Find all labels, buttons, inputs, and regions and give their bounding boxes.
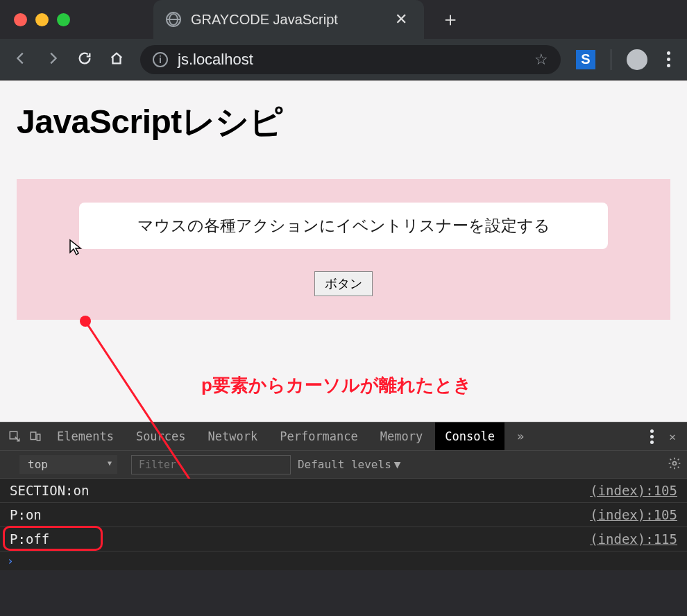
console-source-link[interactable]: (index):105 (590, 483, 677, 498)
devtools-panel: Elements Sources Network Performance Mem… (0, 422, 687, 570)
console-row[interactable]: P:on (index):105 (0, 503, 687, 527)
tabs-overflow-button[interactable]: » (507, 422, 534, 450)
forward-button[interactable] (44, 51, 61, 69)
console-settings-icon[interactable] (668, 456, 681, 473)
console-message: P:on (10, 507, 42, 522)
console-output: SECTION:on (index):105 P:on (index):105 … (0, 479, 687, 570)
info-icon[interactable]: i (153, 52, 168, 67)
address-bar[interactable]: i js.localhost ☆ (140, 45, 561, 74)
maximize-window-button[interactable] (57, 13, 70, 26)
tab-console[interactable]: Console (435, 422, 504, 450)
console-prompt[interactable]: › (0, 551, 687, 570)
back-button[interactable] (12, 51, 29, 69)
url-text: js.localhost (178, 51, 253, 69)
page-content: JavaScriptレシピ マウスの各種アクションにイベントリスナーを設定する … (0, 80, 687, 422)
log-levels-selector[interactable]: Default levels ▼ (298, 458, 401, 471)
console-source-link[interactable]: (index):115 (590, 531, 677, 547)
bookmark-star-icon[interactable]: ☆ (534, 51, 548, 69)
annotation-highlight-box (3, 526, 103, 551)
page-heading: JavaScriptレシピ (17, 100, 670, 144)
cursor-icon (68, 239, 85, 258)
browser-toolbar: i js.localhost ☆ S (0, 39, 687, 80)
title-bar: GRAYCODE JavaScript ✕ ＋ (0, 0, 687, 39)
tab-memory[interactable]: Memory (371, 422, 432, 450)
globe-icon (166, 12, 181, 27)
context-selector[interactable]: top (19, 455, 117, 474)
demo-paragraph[interactable]: マウスの各種アクションにイベントリスナーを設定する (79, 203, 608, 249)
console-message: SECTION:on (10, 483, 89, 498)
console-row[interactable]: P:off (index):115 (0, 527, 687, 551)
new-tab-button[interactable]: ＋ (441, 6, 460, 33)
close-tab-button[interactable]: ✕ (391, 10, 412, 28)
devtools-close-icon[interactable]: ✕ (663, 430, 681, 443)
svg-rect-4 (37, 434, 40, 440)
annotation-label: p要素からカーソルが離れたとき (201, 373, 472, 397)
svg-point-10 (673, 461, 677, 465)
svg-rect-3 (31, 432, 36, 440)
tab-network[interactable]: Network (198, 422, 268, 450)
browser-tab[interactable]: GRAYCODE JavaScript ✕ (153, 0, 424, 39)
profile-avatar[interactable] (627, 49, 647, 70)
tab-elements[interactable]: Elements (47, 422, 124, 450)
close-window-button[interactable] (14, 13, 27, 26)
extension-icon[interactable]: S (576, 50, 595, 69)
device-toggle-icon[interactable] (26, 430, 44, 443)
browser-menu-button[interactable] (663, 51, 675, 67)
console-row[interactable]: SECTION:on (index):105 (0, 479, 687, 503)
console-filter-input[interactable] (131, 455, 291, 474)
devtools-tab-bar: Elements Sources Network Performance Mem… (0, 422, 687, 451)
window-controls (14, 13, 70, 26)
separator (611, 49, 611, 70)
home-button[interactable] (108, 51, 125, 69)
console-toolbar: top Default levels ▼ (0, 451, 687, 479)
console-source-link[interactable]: (index):105 (590, 507, 677, 522)
inspect-icon[interactable] (6, 430, 24, 443)
devtools-menu-icon[interactable] (643, 429, 661, 444)
tab-performance[interactable]: Performance (270, 422, 368, 450)
tab-sources[interactable]: Sources (126, 422, 196, 450)
demo-section[interactable]: マウスの各種アクションにイベントリスナーを設定する ボタン (17, 179, 670, 320)
demo-button[interactable]: ボタン (314, 271, 373, 296)
reload-button[interactable] (76, 51, 93, 69)
minimize-window-button[interactable] (35, 13, 49, 26)
tab-title: GRAYCODE JavaScript (191, 12, 381, 28)
